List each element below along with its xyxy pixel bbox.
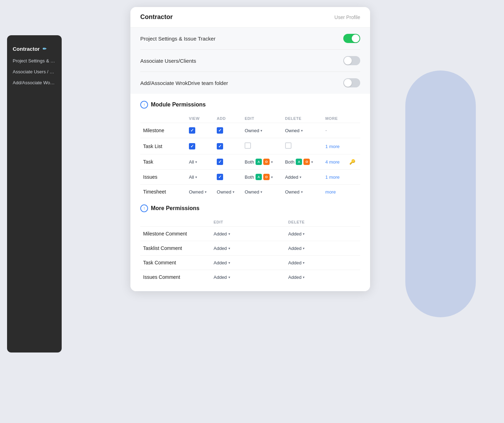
module-permissions-table: VIEW ADD EDIT DELETE MORE Milestone [140,114,360,199]
dropdown-delete-timesheet[interactable]: Owned ▾ [285,189,303,195]
view-timesheet: Owned ▾ [186,185,214,199]
more-tasklist: 1 more [322,138,346,154]
edit-milestone-comment: Added ▾ [211,227,285,241]
edit-tasklist-comment: Added ▾ [211,241,285,256]
checkbox-add-task[interactable] [217,159,223,165]
dropdown-delete-task[interactable]: Both A O ▾ [285,159,313,165]
dropdown-view-task[interactable]: All ▾ [189,159,197,165]
checkbox-delete-tasklist[interactable] [285,142,291,149]
toggle-row-associate-users: Associate Users/Clients [140,50,360,72]
dropdown-view-timesheet[interactable]: Owned ▾ [189,189,207,195]
dropdown-delete-milestone-comment[interactable]: Added ▾ [288,231,305,237]
table-row: Milestone Owned ▾ [140,123,360,138]
more-dash-milestone: - [325,128,327,133]
sidebar: Contractor ✏ Project Settings & Issue T.… [7,35,62,352]
toggle-label-workdrive: Add/Associate WrokDrive team folder [140,80,228,86]
add-milestone [214,123,242,138]
edit-task: Both A O ▾ [242,154,282,170]
sidebar-title-row: Contractor ✏ [7,42,62,55]
more-link-timesheet[interactable]: more [325,189,336,195]
view-task: All ▾ [186,154,214,170]
view-milestone [186,123,214,138]
toggle-associate-users[interactable] [343,56,360,65]
delete-task: Both A O ▾ [282,154,322,170]
checkbox-add-tasklist[interactable] [217,143,223,149]
col-delete: DELETE [282,114,322,123]
toggle-project-settings[interactable] [343,34,360,43]
chevron-down-icon: ▾ [301,129,303,133]
checkbox-edit-tasklist[interactable] [245,142,251,149]
dropdown-edit-issues-comment[interactable]: Added ▾ [214,275,230,280]
user-profile-link[interactable]: User Profile [334,14,360,20]
row-name-tasklist-comment: Tasklist Comment [140,241,211,256]
dropdown-delete-task-comment[interactable]: Added ▾ [288,260,305,265]
more-permissions-collapse-btn[interactable]: ↑ [140,204,148,212]
table-row: Milestone Comment Added ▾ Added ▾ [140,227,360,241]
edit-timesheet: Owned ▾ [242,185,282,199]
badge-green-delete-task: A [296,159,302,165]
dropdown-delete-issues[interactable]: Added ▾ [285,174,302,180]
chevron-down-icon: ▾ [233,190,234,194]
more-permissions-title-row: ↑ More Permissions [140,204,360,212]
chevron-down-icon: ▾ [271,160,273,164]
checkbox-add-issues[interactable] [217,174,223,180]
delete-issues: Added ▾ [282,170,322,185]
dropdown-add-timesheet[interactable]: Owned ▾ [217,189,234,195]
more-permissions-table: EDIT DELETE Milestone Comment Added ▾ [140,218,360,284]
more-link-task[interactable]: 4 more [325,159,339,165]
badge-orange-delete-task: O [303,159,310,165]
add-issues [214,170,242,185]
dropdown-edit-task-comment[interactable]: Added ▾ [214,260,230,265]
more-link-tasklist[interactable]: 1 more [325,144,339,149]
dropdown-edit-timesheet[interactable]: Owned ▾ [245,189,262,195]
delete-tasklist-comment: Added ▾ [285,241,360,256]
dropdown-edit-milestone-comment[interactable]: Added ▾ [214,231,230,237]
extra-task: 🔑 [346,154,360,170]
dropdown-edit-task[interactable]: Both A O ▾ [245,159,273,165]
module-permissions-title-row: ↑ Module Permissions [140,101,360,109]
table-row: Timesheet Owned ▾ Owned ▾ [140,185,360,199]
sidebar-item-workdrive[interactable]: Add/Associate WorkDrive... [7,77,62,88]
more-col-delete: DELETE [285,218,360,227]
toggle-row-project-settings: Project Settings & Issue Tracker [140,27,360,50]
chevron-down-icon: ▾ [260,129,262,133]
table-row: Task Comment Added ▾ Added ▾ [140,256,360,270]
checkbox-view-tasklist[interactable] [189,143,195,149]
dropdown-edit-milestone[interactable]: Owned ▾ [245,128,262,133]
toggle-settings-section: Project Settings & Issue Tracker Associa… [130,27,370,94]
edit-icon[interactable]: ✏ [43,46,47,51]
decorative-shape [405,70,476,317]
view-issues: All ▾ [186,170,214,185]
dropdown-edit-issues[interactable]: Both A O ▾ [245,174,273,180]
key-icon[interactable]: 🔑 [349,159,355,165]
badge-orange-edit-task: O [263,159,270,165]
badge-green-edit-issues: A [256,174,262,180]
badge-orange-edit-issues: O [263,174,270,180]
toggle-workdrive[interactable] [343,78,360,87]
more-link-issues[interactable]: 1 more [325,174,339,180]
dropdown-delete-issues-comment[interactable]: Added ▾ [288,275,305,280]
dropdown-delete-tasklist-comment[interactable]: Added ▾ [288,246,305,251]
extra-issues [346,170,360,185]
sidebar-item-project-settings[interactable]: Project Settings & Issue T... [7,55,62,66]
add-task [214,154,242,170]
checkbox-add-milestone[interactable] [217,127,223,134]
chevron-down-icon: ▾ [228,275,230,279]
dropdown-edit-tasklist-comment[interactable]: Added ▾ [214,246,230,251]
row-name-task-comment: Task Comment [140,256,211,270]
chevron-down-icon: ▾ [303,275,305,279]
sidebar-item-associate-users[interactable]: Associate Users / Clients [7,66,62,77]
col-add: ADD [214,114,242,123]
dropdown-view-issues[interactable]: All ▾ [189,174,197,180]
chevron-down-icon: ▾ [303,232,305,236]
more-permissions-title: More Permissions [151,205,199,212]
more-col-edit: EDIT [211,218,285,227]
add-timesheet: Owned ▾ [214,185,242,199]
more-table-header-row: EDIT DELETE [140,218,360,227]
module-permissions-section: ↑ Module Permissions VIEW ADD EDIT DELET… [130,94,370,199]
checkbox-view-milestone[interactable] [189,127,195,134]
table-row: Tasklist Comment Added ▾ Added ▾ [140,241,360,256]
edit-tasklist [242,138,282,154]
module-permissions-collapse-btn[interactable]: ↑ [140,101,148,109]
dropdown-delete-milestone[interactable]: Owned ▾ [285,128,303,133]
